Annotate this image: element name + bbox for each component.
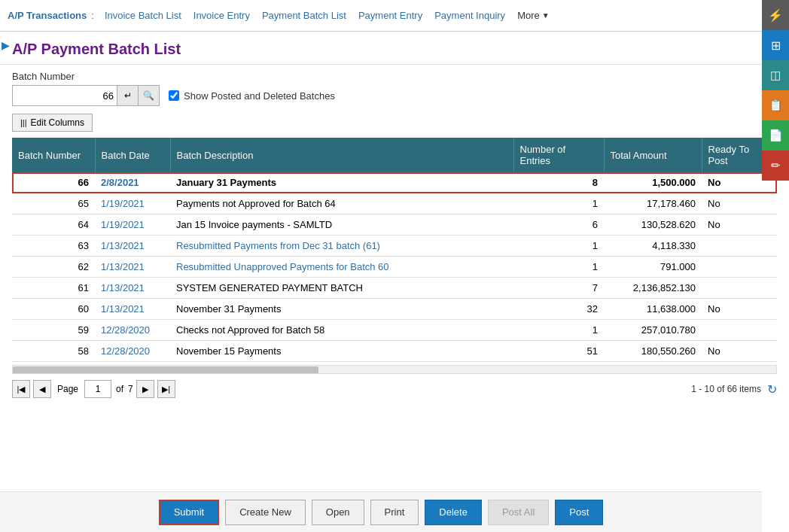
- nav-payment-batch-list[interactable]: Payment Batch List: [256, 10, 352, 21]
- batch-ready-cell: No: [702, 214, 777, 236]
- submit-button[interactable]: Submit: [159, 500, 219, 525]
- batch-search-button[interactable]: 🔍: [139, 85, 160, 106]
- page-label: Page: [57, 384, 78, 394]
- show-posted-label[interactable]: Show Posted and Deleted Batches: [169, 90, 335, 102]
- batch-enter-button[interactable]: ↵: [117, 85, 139, 106]
- batch-number-input[interactable]: [12, 85, 117, 106]
- page-title: A/P Payment Batch List: [0, 32, 789, 64]
- nav-invoice-batch-list[interactable]: Invoice Batch List: [99, 10, 187, 21]
- grid-icon[interactable]: ⊞: [762, 30, 789, 60]
- items-info: 1 - 10 of 66 items: [691, 384, 761, 394]
- table-row[interactable]: 62 1/13/2021 Resubmitted Unapproved Paym…: [12, 257, 777, 278]
- col-total: Total Amount: [604, 138, 702, 172]
- batch-num-cell: 62: [12, 257, 95, 278]
- delete-button[interactable]: Delete: [425, 500, 482, 525]
- post-button[interactable]: Post: [555, 500, 603, 525]
- batch-total-cell: 17,178.460: [604, 193, 702, 214]
- batch-desc-cell: Checks not Approved for Batch 58: [170, 320, 513, 341]
- pagination: |◀ ◀ Page of 7 ▶ ▶| 1 - 10 of 66 items ↻: [12, 377, 777, 401]
- nav-invoice-entry[interactable]: Invoice Entry: [187, 10, 256, 21]
- horizontal-scrollbar[interactable]: [12, 365, 777, 374]
- batch-num-cell: 64: [12, 214, 95, 236]
- open-button[interactable]: Open: [312, 500, 364, 525]
- nav-brand[interactable]: A/P Transactions: [8, 10, 87, 21]
- print-button[interactable]: Print: [370, 500, 419, 525]
- batch-entries-cell: 1: [513, 236, 604, 257]
- right-sidebar: ⚡ ⊞ ◫ 📋 📄 ✏: [762, 0, 789, 181]
- col-entries: Number of Entries: [513, 138, 604, 172]
- page-first-button[interactable]: |◀: [12, 380, 30, 398]
- col-batch-date: Batch Date: [95, 138, 170, 172]
- batch-input-group: ↵ 🔍: [12, 85, 160, 106]
- nav-payment-inquiry[interactable]: Payment Inquiry: [428, 10, 511, 21]
- batch-date-cell: 1/13/2021: [95, 299, 170, 320]
- clipboard-icon[interactable]: 📋: [762, 90, 789, 120]
- table-row[interactable]: 65 1/19/2021 Payments not Approved for B…: [12, 193, 777, 214]
- batch-entries-cell: 32: [513, 299, 604, 320]
- create-new-button[interactable]: Create New: [225, 500, 306, 525]
- batch-date-cell: 12/28/2020: [95, 341, 170, 362]
- batch-date-cell: 1/13/2021: [95, 278, 170, 299]
- page-of-label: of: [116, 384, 123, 394]
- nav-separator: :: [91, 10, 94, 21]
- table-row[interactable]: 66 2/8/2021 January 31 Payments 8 1,500.…: [12, 172, 777, 193]
- top-nav: A/P Transactions : Invoice Batch List In…: [0, 0, 789, 32]
- edit-icon[interactable]: ✏: [762, 150, 789, 181]
- batch-ready-cell: No: [702, 299, 777, 320]
- batch-total-cell: 1,500.000: [604, 172, 702, 193]
- page-last-button[interactable]: ▶|: [157, 380, 175, 398]
- lightning-icon[interactable]: ⚡: [762, 0, 789, 30]
- left-indicator: ▶: [2, 39, 10, 51]
- page-total: 7: [128, 384, 133, 394]
- chevron-down-icon: ▼: [542, 11, 550, 20]
- batch-num-cell: 58: [12, 341, 95, 362]
- batch-ready-cell: No: [702, 341, 777, 362]
- action-bar: Submit Create New Open Print Delete Post…: [0, 491, 762, 532]
- table-row[interactable]: 58 12/28/2020 November 15 Payments 51 18…: [12, 341, 777, 362]
- page-input[interactable]: [84, 380, 111, 398]
- batch-num-cell: 61: [12, 278, 95, 299]
- batch-desc-cell: November 15 Payments: [170, 341, 513, 362]
- show-posted-checkbox[interactable]: [169, 90, 179, 101]
- batch-total-cell: 180,550.260: [604, 341, 702, 362]
- batch-table: Batch Number Batch Date Batch Descriptio…: [12, 138, 777, 362]
- batch-ready-cell: No: [702, 193, 777, 214]
- batch-total-cell: 257,010.780: [604, 320, 702, 341]
- nav-payment-entry[interactable]: Payment Entry: [352, 10, 428, 21]
- batch-desc-cell: SYSTEM GENERATED PAYMENT BATCH: [170, 278, 513, 299]
- nav-more[interactable]: More ▼: [511, 10, 556, 21]
- batch-total-cell: 130,528.620: [604, 214, 702, 236]
- batch-total-cell: 2,136,852.130: [604, 278, 702, 299]
- batch-date-cell: 1/13/2021: [95, 236, 170, 257]
- content-area: Batch Number ↵ 🔍 Show Posted and Deleted…: [0, 71, 789, 401]
- table-row[interactable]: 59 12/28/2020 Checks not Approved for Ba…: [12, 320, 777, 341]
- page-prev-button[interactable]: ◀: [33, 380, 51, 398]
- screen-icon[interactable]: ◫: [762, 60, 789, 90]
- batch-entries-cell: 8: [513, 172, 604, 193]
- table-row[interactable]: 61 1/13/2021 SYSTEM GENERATED PAYMENT BA…: [12, 278, 777, 299]
- batch-total-cell: 791.000: [604, 257, 702, 278]
- batch-date-cell: 1/19/2021: [95, 214, 170, 236]
- batch-desc-cell: November 31 Payments: [170, 299, 513, 320]
- batch-desc-cell: Payments not Approved for Batch 64: [170, 193, 513, 214]
- batch-date-cell: 12/28/2020: [95, 320, 170, 341]
- document-icon[interactable]: 📄: [762, 120, 789, 150]
- batch-desc-cell: January 31 Payments: [170, 172, 513, 193]
- columns-icon: |||: [20, 118, 27, 127]
- batch-num-cell: 65: [12, 193, 95, 214]
- edit-columns-button[interactable]: ||| Edit Columns: [12, 114, 93, 132]
- post-all-button[interactable]: Post All: [488, 500, 549, 525]
- batch-number-row: ↵ 🔍 Show Posted and Deleted Batches: [12, 85, 777, 106]
- batch-num-cell: 66: [12, 172, 95, 193]
- batch-ready-cell: [702, 257, 777, 278]
- table-row[interactable]: 60 1/13/2021 November 31 Payments 32 11,…: [12, 299, 777, 320]
- scroll-thumb[interactable]: [13, 366, 318, 374]
- batch-num-cell: 59: [12, 320, 95, 341]
- table-row[interactable]: 64 1/19/2021 Jan 15 Invoice payments - S…: [12, 214, 777, 236]
- batch-date-cell: 2/8/2021: [95, 172, 170, 193]
- batch-entries-cell: 6: [513, 214, 604, 236]
- table-row[interactable]: 63 1/13/2021 Resubmitted Payments from D…: [12, 236, 777, 257]
- page-next-button[interactable]: ▶: [136, 380, 154, 398]
- batch-entries-cell: 1: [513, 193, 604, 214]
- refresh-button[interactable]: ↻: [767, 382, 777, 397]
